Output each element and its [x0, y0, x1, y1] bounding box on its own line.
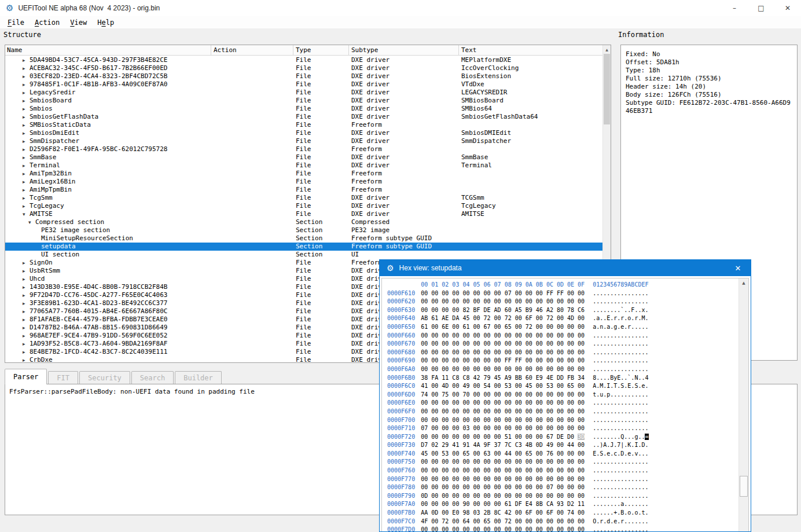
tree-item-name: Compressed section	[35, 218, 104, 226]
tree-row-amilegx16bin[interactable]: ▸AmiLegx16BinFileFreeform	[5, 178, 602, 186]
tree-row-amimptpmbin[interactable]: ▸AmiMpTpmBinFileFreeform	[5, 186, 602, 194]
cell-type: File	[293, 97, 349, 105]
collapsed-arrow-icon[interactable]: ▸	[23, 153, 30, 162]
collapsed-arrow-icon[interactable]: ▸	[23, 137, 30, 145]
tree-row-978485f1-0c1f-4b1b-afb3-4a09c0ef87a0[interactable]: ▸978485F1-0C1F-4B1B-AFB3-4A09C0EF87A0Fil…	[5, 80, 602, 89]
hex-bytes: AB 61 AE DA 45 00 72 00 72 00 6F 00 72 0…	[421, 315, 585, 321]
minimize-button[interactable]: –	[721, 0, 748, 16]
menu-item-help[interactable]: Help	[92, 18, 119, 27]
tree-row-03ecf82d-23ed-4ca4-8323-2bf4cbd72c5b[interactable]: ▸03ECF82D-23ED-4CA4-8323-2BF4CBD72C5BFil…	[5, 72, 602, 80]
cell-type: File	[293, 162, 349, 170]
tree-row-pe32-image-section[interactable]: PE32 image sectionSectionPE32 image	[5, 226, 602, 234]
tree-row-terminal[interactable]: ▸TerminalFileDXE driverTerminal	[5, 162, 602, 170]
tree-row-legacysredir[interactable]: ▸LegacySredirFileDXE driverLEGACYSREDIR	[5, 89, 602, 97]
collapsed-arrow-icon[interactable]: ▸	[23, 64, 30, 72]
hex-ascii: ........Q...g..	[593, 434, 645, 440]
tree-row-smmbase[interactable]: ▸SmmBaseFileDXE driverSmmBase	[5, 153, 602, 162]
tab-parser[interactable]: Parser	[5, 369, 47, 384]
collapsed-arrow-icon[interactable]: ▸	[23, 56, 30, 64]
tree-row-smbiosgetflashdata[interactable]: ▸SmbiosGetFlashDataFileDXE driverSmbiosG…	[5, 113, 602, 121]
tree-row-ui-section[interactable]: UI sectionSectionUI	[5, 251, 602, 259]
hex-address: 0000F750	[387, 458, 415, 465]
expanded-arrow-icon[interactable]: ▾	[23, 210, 30, 218]
collapsed-arrow-icon[interactable]: ▸	[23, 275, 30, 283]
cell-subtype: Freeform subtype GUID	[349, 243, 459, 251]
tree-row-smmdispatcher[interactable]: ▸SmmDispatcherFileDXE driverSmmDispatche…	[5, 137, 602, 145]
collapsed-arrow-icon[interactable]: ▸	[23, 283, 30, 291]
collapsed-arrow-icon[interactable]: ▸	[23, 186, 30, 194]
column-header-name[interactable]: Name	[5, 45, 211, 55]
cell-type: File	[293, 356, 349, 362]
collapsed-arrow-icon[interactable]: ▸	[23, 178, 30, 186]
collapsed-arrow-icon[interactable]: ▸	[23, 299, 30, 307]
collapsed-arrow-icon[interactable]: ▸	[23, 113, 30, 121]
tab-search: Search	[131, 371, 174, 384]
column-header-text[interactable]: Text	[459, 45, 602, 55]
message-tabs: ParserFITSecuritySearchBuilder	[5, 369, 223, 384]
tree-row-acebac32-345c-4f5d-b617-7b2b66ef00ed[interactable]: ▸ACEBAC32-345C-4F5D-B617-7B2B66EF00EDFil…	[5, 64, 602, 72]
menu-item-action[interactable]: Action	[30, 18, 65, 27]
collapsed-arrow-icon[interactable]: ▸	[23, 72, 30, 80]
collapsed-arrow-icon[interactable]: ▸	[23, 356, 30, 362]
hex-ascii: O.r.d.e.r.......	[593, 518, 648, 524]
collapsed-arrow-icon[interactable]: ▸	[23, 80, 30, 89]
tree-row-smbiosboard[interactable]: ▸SmbiosBoardFileDXE driverSMBiosBoard	[5, 97, 602, 105]
hex-scrollbar-thumb[interactable]	[740, 476, 748, 497]
collapsed-arrow-icon[interactable]: ▸	[23, 89, 30, 97]
collapsed-arrow-icon[interactable]: ▸	[23, 291, 30, 299]
cell-text	[459, 186, 602, 194]
hex-scroll-up-icon[interactable]: ▲	[739, 278, 748, 288]
collapsed-arrow-icon[interactable]: ▸	[23, 324, 30, 332]
collapsed-arrow-icon[interactable]: ▸	[23, 121, 30, 129]
title-bar: ⚙ UEFITool NE alpha 68 (Nov 4 2023) - or…	[0, 0, 801, 16]
tree-item-name: 5DA49BD4-53C7-45CA-943D-297F3B4E82CE	[30, 56, 167, 64]
tree-row-smbios[interactable]: ▸SmbiosFileDXE driverSMBios64	[5, 105, 602, 113]
collapsed-arrow-icon[interactable]: ▸	[23, 129, 30, 137]
collapsed-arrow-icon[interactable]: ▸	[23, 145, 30, 153]
collapsed-arrow-icon[interactable]: ▸	[23, 170, 30, 178]
tree-scrollbar-thumb[interactable]	[604, 54, 610, 124]
hex-dump-area[interactable]: 00 01 02 03 04 05 06 07 08 09 0A 0B 0C 0…	[381, 278, 749, 531]
tree-row-setupdata[interactable]: setupdataSectionFreeform subtype GUID	[5, 243, 602, 251]
hex-row-0000F670: 0000F67000 00 00 00 00 00 00 00 00 00 00…	[387, 340, 748, 348]
tree-row-amitse[interactable]: ▾AMITSEFileDXE driverAMITSE	[5, 210, 602, 218]
collapsed-arrow-icon[interactable]: ▸	[23, 97, 30, 105]
tree-scroll-up-icon[interactable]: ▲	[603, 45, 611, 53]
collapsed-arrow-icon[interactable]: ▸	[23, 162, 30, 170]
column-header-type[interactable]: Type	[293, 45, 349, 55]
collapsed-arrow-icon[interactable]: ▸	[23, 194, 30, 202]
column-header-action[interactable]: Action	[211, 45, 293, 55]
expanded-arrow-icon[interactable]: ▾	[28, 218, 35, 226]
hex-close-button[interactable]: ✕	[725, 260, 751, 276]
cell-text	[459, 234, 602, 243]
maximize-button[interactable]: □	[748, 0, 774, 16]
hex-ascii: ................	[593, 425, 648, 431]
hex-ascii: ........a.......	[593, 501, 648, 507]
collapsed-arrow-icon[interactable]: ▸	[23, 340, 30, 348]
hex-scrollbar[interactable]: ▲	[738, 278, 748, 531]
collapsed-arrow-icon[interactable]: ▸	[23, 259, 30, 267]
collapsed-arrow-icon[interactable]: ▸	[23, 315, 30, 324]
tree-row-tcgsmm[interactable]: ▸TcgSmmFileDXE driverTCGSmm	[5, 194, 602, 202]
column-header-subtype[interactable]: Subtype	[349, 45, 459, 55]
tree-row-compressed-section[interactable]: ▾Compressed sectionSectionCompressed	[5, 218, 602, 226]
collapsed-arrow-icon[interactable]: ▸	[23, 105, 30, 113]
tree-row-5da49bd4-53c7-45ca-943d-297f3b4e82ce[interactable]: ▸5DA49BD4-53C7-45CA-943D-297F3B4E82CEFil…	[5, 56, 602, 64]
window-title: UEFITool NE alpha 68 (Nov 4 2023) - orig…	[18, 4, 160, 12]
menu-item-view[interactable]: View	[65, 18, 92, 27]
collapsed-arrow-icon[interactable]: ▸	[23, 202, 30, 210]
menu-item-file[interactable]: File	[2, 18, 30, 27]
tree-row-minisetupresourcesection[interactable]: MiniSetupResourceSectionSectionFreeform …	[5, 234, 602, 243]
collapsed-arrow-icon[interactable]: ▸	[23, 307, 30, 315]
collapsed-arrow-icon[interactable]: ▸	[23, 267, 30, 275]
collapsed-arrow-icon[interactable]: ▸	[23, 332, 30, 340]
tree-row-amitpm32bin[interactable]: ▸AmiTpm32BinFileFreeform	[5, 170, 602, 178]
collapsed-arrow-icon[interactable]: ▸	[23, 348, 30, 356]
window-controls: – □ ✕	[721, 0, 801, 16]
tree-row-tcglegacy[interactable]: ▸TcgLegacyFileDXE driverTcgLegacy	[5, 202, 602, 210]
tree-row-d2596f82-f0e1-49fa-95bc-62012c795728[interactable]: ▸D2596F82-F0E1-49FA-95BC-62012C795728Fil…	[5, 145, 602, 153]
hex-row-0000F730: 0000F730D7 02 29 41 91 4A 9F 37 7C C3 4B…	[387, 441, 748, 450]
close-button[interactable]: ✕	[774, 0, 801, 16]
tree-row-smbiosstaticdata[interactable]: ▸SMBiosStaticDataFileFreeform	[5, 121, 602, 129]
tree-row-smbiosdmiedit[interactable]: ▸SmbiosDmiEditFileDXE driverSmbiosDMIEdi…	[5, 129, 602, 137]
